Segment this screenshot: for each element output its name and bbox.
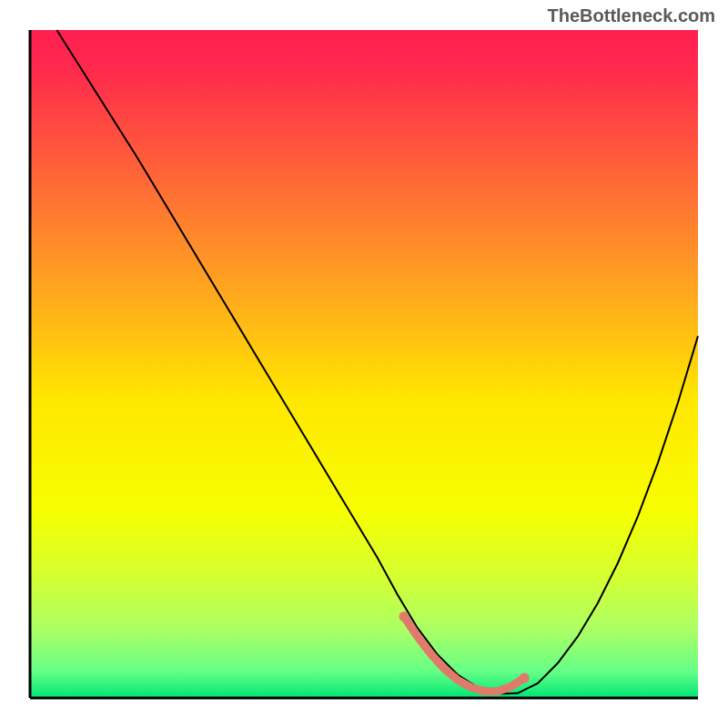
watermark-text: TheBottleneck.com [548,5,715,26]
sweet-spot-marker-start-dot [399,612,410,622]
chart-svg [0,0,728,728]
plot-background [30,30,698,698]
sweet-spot-marker-end-dot [520,672,530,682]
chart-container: TheBottleneck.com [0,0,728,728]
